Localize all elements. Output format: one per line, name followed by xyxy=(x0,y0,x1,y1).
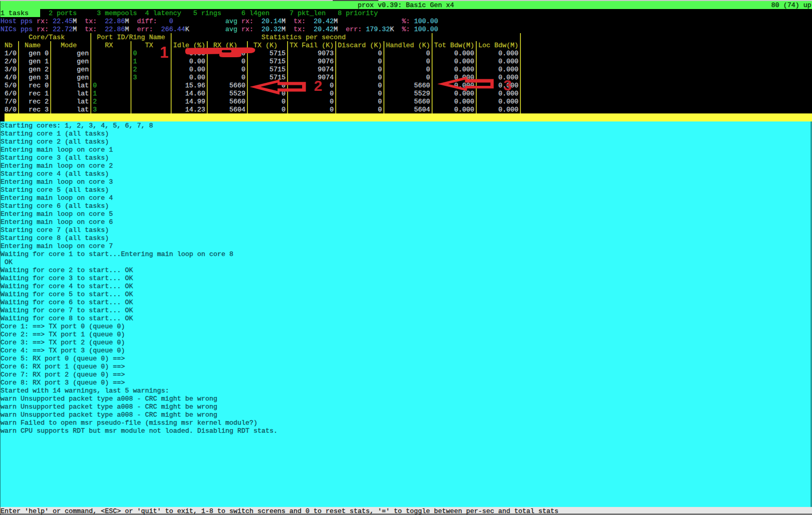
svg-text:1: 1 xyxy=(160,44,169,61)
svg-text:2: 2 xyxy=(314,77,323,94)
svg-text:3: 3 xyxy=(503,77,512,93)
